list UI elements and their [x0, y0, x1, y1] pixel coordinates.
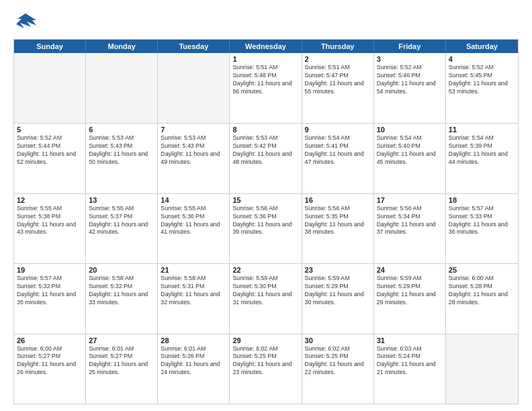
- day-number: 25: [449, 266, 515, 274]
- logo-icon: [13, 11, 38, 35]
- day-info: Sunrise: 5:52 AM Sunset: 5:45 PM Dayligh…: [449, 64, 515, 96]
- weekday-header-saturday: Saturday: [446, 40, 518, 53]
- calendar-header: SundayMondayTuesdayWednesdayThursdayFrid…: [14, 40, 518, 53]
- day-number: 28: [161, 336, 226, 345]
- day-cell-empty-0-1: [86, 53, 158, 123]
- day-number: 27: [89, 336, 154, 345]
- day-cell-17: 17Sunrise: 5:56 AM Sunset: 5:34 PM Dayli…: [374, 194, 446, 263]
- day-info: Sunrise: 5:59 AM Sunset: 5:29 PM Dayligh…: [305, 275, 371, 307]
- day-info: Sunrise: 5:51 AM Sunset: 5:47 PM Dayligh…: [305, 64, 371, 96]
- day-number: 18: [449, 196, 515, 204]
- day-number: 20: [89, 266, 154, 274]
- day-number: 3: [377, 55, 443, 63]
- day-number: 16: [305, 196, 371, 204]
- day-number: 8: [232, 126, 298, 134]
- day-info: Sunrise: 5:57 AM Sunset: 5:32 PM Dayligh…: [17, 275, 83, 307]
- day-info: Sunrise: 5:52 AM Sunset: 5:44 PM Dayligh…: [17, 134, 83, 167]
- calendar-row-5: 26Sunrise: 6:00 AM Sunset: 5:27 PM Dayli…: [14, 334, 518, 404]
- day-number: 6: [89, 126, 154, 134]
- day-info: Sunrise: 5:58 AM Sunset: 5:31 PM Dayligh…: [161, 275, 226, 307]
- day-cell-4: 4Sunrise: 5:52 AM Sunset: 5:45 PM Daylig…: [446, 53, 518, 123]
- weekday-header-tuesday: Tuesday: [158, 40, 230, 53]
- day-cell-7: 7Sunrise: 5:53 AM Sunset: 5:43 PM Daylig…: [158, 124, 230, 193]
- day-cell-27: 27Sunrise: 6:01 AM Sunset: 5:27 PM Dayli…: [86, 334, 158, 404]
- day-info: Sunrise: 5:56 AM Sunset: 5:34 PM Dayligh…: [377, 205, 443, 237]
- day-cell-26: 26Sunrise: 6:00 AM Sunset: 5:27 PM Dayli…: [14, 334, 86, 404]
- day-number: 23: [305, 266, 371, 274]
- day-info: Sunrise: 5:57 AM Sunset: 5:33 PM Dayligh…: [449, 205, 515, 237]
- day-info: Sunrise: 5:53 AM Sunset: 5:43 PM Dayligh…: [89, 134, 154, 167]
- day-cell-22: 22Sunrise: 5:59 AM Sunset: 5:30 PM Dayli…: [230, 264, 302, 333]
- day-cell-25: 25Sunrise: 6:00 AM Sunset: 5:28 PM Dayli…: [446, 264, 518, 333]
- day-cell-31: 31Sunrise: 6:03 AM Sunset: 5:24 PM Dayli…: [374, 334, 446, 404]
- day-info: Sunrise: 5:51 AM Sunset: 5:48 PM Dayligh…: [232, 64, 298, 96]
- logo: [13, 11, 40, 35]
- day-cell-29: 29Sunrise: 6:02 AM Sunset: 5:25 PM Dayli…: [230, 334, 302, 404]
- day-info: Sunrise: 5:55 AM Sunset: 5:38 PM Dayligh…: [17, 205, 83, 237]
- day-info: Sunrise: 6:02 AM Sunset: 5:25 PM Dayligh…: [232, 345, 298, 377]
- day-cell-empty-0-2: [158, 53, 230, 123]
- weekday-header-friday: Friday: [374, 40, 446, 53]
- day-cell-6: 6Sunrise: 5:53 AM Sunset: 5:43 PM Daylig…: [86, 124, 158, 193]
- day-cell-11: 11Sunrise: 5:54 AM Sunset: 5:39 PM Dayli…: [446, 124, 518, 193]
- day-cell-19: 19Sunrise: 5:57 AM Sunset: 5:32 PM Dayli…: [14, 264, 86, 333]
- day-number: 7: [161, 126, 226, 134]
- day-info: Sunrise: 6:03 AM Sunset: 5:24 PM Dayligh…: [377, 345, 443, 377]
- day-number: 4: [449, 55, 515, 63]
- day-cell-2: 2Sunrise: 5:51 AM Sunset: 5:47 PM Daylig…: [302, 53, 374, 123]
- day-cell-12: 12Sunrise: 5:55 AM Sunset: 5:38 PM Dayli…: [14, 194, 86, 263]
- day-info: Sunrise: 5:59 AM Sunset: 5:30 PM Dayligh…: [232, 275, 298, 307]
- day-cell-24: 24Sunrise: 5:59 AM Sunset: 5:29 PM Dayli…: [374, 264, 446, 333]
- day-info: Sunrise: 6:00 AM Sunset: 5:27 PM Dayligh…: [17, 345, 83, 377]
- day-cell-20: 20Sunrise: 5:58 AM Sunset: 5:32 PM Dayli…: [86, 264, 158, 333]
- calendar-row-3: 12Sunrise: 5:55 AM Sunset: 5:38 PM Dayli…: [14, 193, 518, 263]
- day-info: Sunrise: 5:58 AM Sunset: 5:32 PM Dayligh…: [89, 275, 154, 307]
- day-info: Sunrise: 6:01 AM Sunset: 5:26 PM Dayligh…: [161, 345, 226, 377]
- day-number: 30: [305, 336, 371, 345]
- day-number: 22: [232, 266, 298, 274]
- day-number: 19: [17, 266, 83, 274]
- header: [13, 11, 519, 35]
- day-info: Sunrise: 5:56 AM Sunset: 5:35 PM Dayligh…: [305, 205, 371, 237]
- day-number: 11: [449, 126, 515, 134]
- day-info: Sunrise: 5:56 AM Sunset: 5:36 PM Dayligh…: [232, 205, 298, 237]
- day-number: 29: [232, 336, 298, 345]
- day-cell-21: 21Sunrise: 5:58 AM Sunset: 5:31 PM Dayli…: [158, 264, 230, 333]
- calendar-row-2: 5Sunrise: 5:52 AM Sunset: 5:44 PM Daylig…: [14, 123, 518, 193]
- weekday-header-monday: Monday: [86, 40, 158, 53]
- calendar-row-1: 1Sunrise: 5:51 AM Sunset: 5:48 PM Daylig…: [14, 53, 518, 123]
- day-info: Sunrise: 5:52 AM Sunset: 5:46 PM Dayligh…: [377, 64, 443, 96]
- day-info: Sunrise: 6:02 AM Sunset: 5:25 PM Dayligh…: [305, 345, 371, 377]
- day-number: 2: [305, 55, 371, 63]
- day-number: 26: [17, 336, 83, 345]
- weekday-header-thursday: Thursday: [302, 40, 374, 53]
- day-cell-5: 5Sunrise: 5:52 AM Sunset: 5:44 PM Daylig…: [14, 124, 86, 193]
- day-info: Sunrise: 6:01 AM Sunset: 5:27 PM Dayligh…: [89, 345, 154, 377]
- day-number: 24: [377, 266, 443, 274]
- day-info: Sunrise: 5:54 AM Sunset: 5:40 PM Dayligh…: [377, 134, 443, 167]
- day-number: 12: [17, 196, 83, 204]
- day-info: Sunrise: 5:59 AM Sunset: 5:29 PM Dayligh…: [377, 275, 443, 307]
- page: SundayMondayTuesdayWednesdayThursdayFrid…: [0, 0, 532, 411]
- day-number: 9: [305, 126, 371, 134]
- day-info: Sunrise: 5:53 AM Sunset: 5:42 PM Dayligh…: [232, 134, 298, 167]
- day-info: Sunrise: 5:55 AM Sunset: 5:36 PM Dayligh…: [161, 205, 226, 237]
- day-number: 15: [232, 196, 298, 204]
- day-cell-10: 10Sunrise: 5:54 AM Sunset: 5:40 PM Dayli…: [374, 124, 446, 193]
- day-cell-28: 28Sunrise: 6:01 AM Sunset: 5:26 PM Dayli…: [158, 334, 230, 404]
- day-cell-empty-4-6: [446, 334, 518, 404]
- day-info: Sunrise: 5:54 AM Sunset: 5:41 PM Dayligh…: [305, 134, 371, 167]
- calendar-body: 1Sunrise: 5:51 AM Sunset: 5:48 PM Daylig…: [14, 53, 518, 404]
- day-info: Sunrise: 6:00 AM Sunset: 5:28 PM Dayligh…: [449, 275, 515, 307]
- day-cell-8: 8Sunrise: 5:53 AM Sunset: 5:42 PM Daylig…: [230, 124, 302, 193]
- day-cell-16: 16Sunrise: 5:56 AM Sunset: 5:35 PM Dayli…: [302, 194, 374, 263]
- day-info: Sunrise: 5:55 AM Sunset: 5:37 PM Dayligh…: [89, 205, 154, 237]
- day-cell-15: 15Sunrise: 5:56 AM Sunset: 5:36 PM Dayli…: [230, 194, 302, 263]
- day-number: 21: [161, 266, 226, 274]
- day-cell-13: 13Sunrise: 5:55 AM Sunset: 5:37 PM Dayli…: [86, 194, 158, 263]
- day-cell-9: 9Sunrise: 5:54 AM Sunset: 5:41 PM Daylig…: [302, 124, 374, 193]
- day-number: 31: [377, 336, 443, 345]
- day-info: Sunrise: 5:53 AM Sunset: 5:43 PM Dayligh…: [161, 134, 226, 167]
- day-number: 1: [232, 55, 298, 63]
- day-number: 10: [377, 126, 443, 134]
